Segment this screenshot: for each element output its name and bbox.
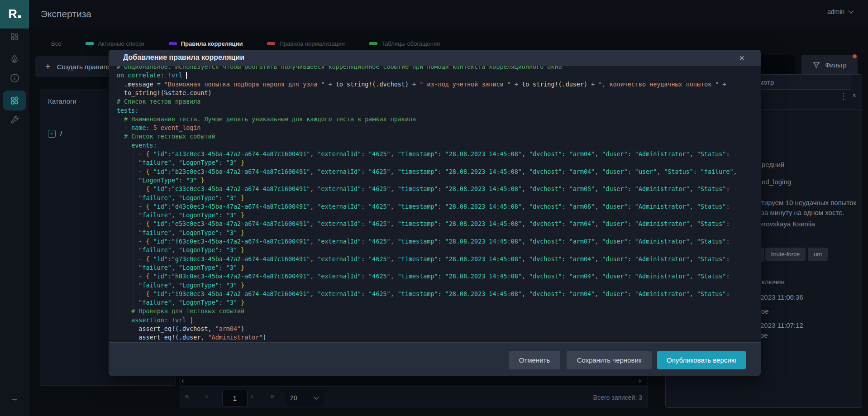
- kebab-menu-icon[interactable]: ⋮: [839, 91, 848, 101]
- tab-label: Таблицы обогащения: [382, 40, 440, 47]
- page-size-select[interactable]: 20: [285, 390, 324, 406]
- page-title: Экспертиза: [41, 9, 91, 19]
- chevron-down-icon: [314, 394, 319, 399]
- code-line: "LogonType": "3" }: [117, 176, 205, 185]
- save-draft-button[interactable]: Сохранить черновик: [567, 351, 652, 369]
- code-line: # Список тестовых событий: [117, 132, 215, 141]
- modal-title: Добавление правила корреляции: [123, 53, 244, 62]
- filter-alert-dot: [853, 54, 857, 58]
- code-line: - { "id":"e53c0ec3-45ba-47a2-a674-4a87c1…: [117, 220, 730, 228]
- user-name: admin: [827, 8, 844, 15]
- tab-enrichment-tables[interactable]: Таблицы обогащения: [369, 40, 440, 47]
- detail-fragment: ое: [761, 307, 769, 315]
- tab-swatch: [369, 42, 377, 45]
- tab-normalization-rules[interactable]: Правила нормализации: [267, 40, 344, 47]
- code-line: # Проверка для тестовых событий: [117, 307, 244, 316]
- code-line: to_string!(%state.count): [117, 89, 212, 97]
- horizontal-scroll-strip: ‹ ›: [181, 376, 647, 386]
- tab-swatch: [267, 42, 275, 45]
- code-line: "failure", "LogonType": "3" }: [117, 158, 244, 167]
- modules-icon-active[interactable]: [3, 91, 26, 110]
- code-line: - { "id":"d43c0ec3-45ba-47a2-a674-4a87c1…: [117, 202, 730, 211]
- modules-icon: [10, 96, 19, 105]
- tab-label: Активные списки: [98, 40, 144, 47]
- filter-button[interactable]: Фильтр: [801, 55, 858, 75]
- tab-label: Все: [51, 40, 61, 47]
- code-line: .message = "Возможная попытка подбора па…: [117, 80, 726, 89]
- tab-swatch: [169, 42, 177, 45]
- create-rule-label: Создать правило: [57, 63, 111, 71]
- sidebar: →: [0, 29, 29, 416]
- next-page-button[interactable]: ›: [251, 392, 253, 401]
- app-logo[interactable]: R: [0, 0, 29, 29]
- detail-fragment: erovskaya Kseniia: [760, 220, 815, 228]
- top-bar: R Экспертиза admin: [0, 0, 868, 30]
- last-page-button[interactable]: »: [270, 392, 274, 401]
- code-line: events:: [117, 141, 157, 150]
- modal-close-icon[interactable]: ×: [735, 52, 749, 64]
- code-line: tests:: [117, 106, 138, 115]
- modal-footer: Отменить Сохранить черновик Опубликовать…: [109, 342, 761, 376]
- code-line: "failure", "LogonType": "3" }: [117, 211, 244, 220]
- scroll-right-icon[interactable]: ›: [639, 376, 641, 386]
- code-line: on_correlate: !vrl: [117, 71, 187, 80]
- code-line: "failure", "LogonType": "3" }: [117, 194, 244, 202]
- info-icon[interactable]: [10, 73, 19, 83]
- text-cursor: [186, 72, 187, 79]
- type-filter-tabs: Все Активные списки Правила корреляции П…: [51, 40, 440, 47]
- page-number-input[interactable]: 1: [222, 390, 248, 407]
- add-correlation-rule-modal: Добавление правила корреляции × # Опцион…: [109, 50, 761, 376]
- cancel-button[interactable]: Отменить: [509, 351, 560, 369]
- dashboard-icon[interactable]: [10, 32, 19, 41]
- prev-page-button[interactable]: ‹: [205, 392, 208, 401]
- detail-fragment: ое: [760, 331, 768, 339]
- wrench-icon[interactable]: [10, 115, 19, 124]
- user-menu[interactable]: admin: [827, 8, 853, 15]
- sidebar-collapse-arrow-icon[interactable]: →: [10, 393, 19, 403]
- code-line: assertion: !vrl |: [117, 316, 193, 325]
- panel-close-icon[interactable]: ×: [852, 91, 856, 100]
- chevron-down-icon: [848, 8, 853, 13]
- tab-correlation-rules[interactable]: Правила корреляции: [169, 40, 243, 47]
- modal-header: Добавление правила корреляции ×: [109, 50, 761, 66]
- detail-fragment: ed_loging: [762, 178, 791, 186]
- catalogs-title: Каталоги: [48, 97, 76, 105]
- detail-fragment: 2023 11:07:12: [760, 321, 803, 329]
- tab-label: Правила нормализации: [279, 40, 344, 47]
- code-line: - name: 5 event_login: [117, 124, 200, 132]
- code-editor[interactable]: # Опциональное. Используется чтобы обога…: [109, 66, 761, 342]
- tag-badge: um: [808, 248, 828, 261]
- code-line: # Список тестов правила: [117, 97, 200, 106]
- detail-fragment: за минуту на одном хосте.: [761, 209, 844, 216]
- code-line: - { "id":"c33c0ec3-45ba-47a2-a674-4a87c1…: [117, 185, 730, 193]
- tag-badge: brute-force: [765, 248, 806, 261]
- code-line: # Опциональное. Используется чтобы обога…: [117, 66, 562, 71]
- first-page-button[interactable]: «: [185, 392, 189, 401]
- tab-active-lists[interactable]: Активные списки: [86, 40, 144, 47]
- code-line: - { "id":"h83c0ec3-45ba-47a2-a674-4a87c1…: [117, 272, 730, 281]
- tab-all[interactable]: Все: [51, 40, 61, 47]
- code-line: assert_eq!(.duser, "Administrator"): [117, 333, 267, 342]
- catalog-tree-root-item[interactable]: + /: [48, 130, 62, 138]
- sidebar-divider: [0, 384, 29, 384]
- code-line: # Наименование теста. Лучше делать уника…: [117, 115, 416, 124]
- page-size-value: 20: [290, 394, 297, 402]
- code-line: - { "id":"b23c0ec3-45ba-47a2-a674-4a87c1…: [117, 167, 737, 176]
- code-line: "failure", "LogonType": "3" }: [117, 281, 244, 290]
- pagination-bar: « ‹ 1 › » 20 Всего записей: 3: [180, 386, 648, 408]
- publish-version-button[interactable]: Опубликовать версию: [657, 351, 746, 369]
- total-records-label: Всего записей: 3: [506, 394, 642, 401]
- logo-dot-icon: [18, 15, 21, 18]
- code-line: "failure", "LogonType": "3" }: [117, 298, 244, 307]
- code-line: assert_eq!(.dvchost, "arm04"): [117, 325, 244, 333]
- code-lines: # Опциональное. Используется чтобы обога…: [109, 66, 761, 342]
- detail-fragment: ключен: [762, 278, 785, 286]
- logo-letter: R: [8, 7, 17, 21]
- code-line: "failure", "LogonType": "3" }: [117, 263, 244, 272]
- flame-icon[interactable]: [10, 54, 19, 64]
- code-line: - { "id":"i93c0ec3-45ba-47a2-a674-4a87c1…: [117, 290, 730, 298]
- code-line: - { "id":"a13c0ec3-45ba-47a2-a674-4a87c1…: [117, 150, 730, 158]
- code-line: "failure", "LogonType": "3" }: [117, 246, 244, 254]
- code-line: "failure", "LogonType": "3" }: [117, 229, 244, 237]
- scroll-left-icon[interactable]: ‹: [181, 376, 184, 386]
